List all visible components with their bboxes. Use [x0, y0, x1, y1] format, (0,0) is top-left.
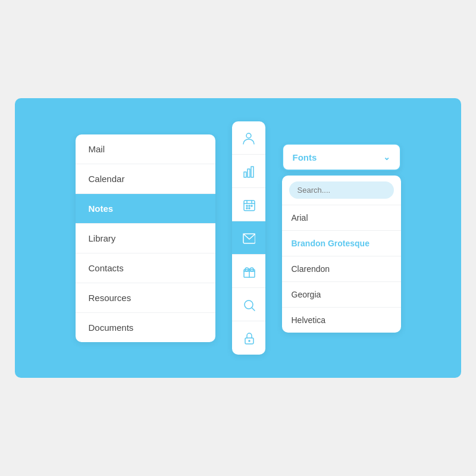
chart-icon[interactable]: [232, 155, 265, 188]
nav-item-contacts[interactable]: Contacts: [76, 253, 215, 283]
svg-rect-1: [244, 172, 246, 177]
mail-icon[interactable]: [232, 221, 265, 255]
dropdown-menu: ArialBrandon GrotesqueClarendonGeorgiaHe…: [282, 176, 401, 333]
search-icon[interactable]: [232, 288, 265, 321]
svg-point-11: [246, 208, 248, 209]
svg-point-10: [251, 205, 252, 206]
dropdown-panel: Fonts ⌄ ArialBrandon GrotesqueClarendonG…: [282, 143, 401, 333]
fonts-dropdown-trigger[interactable]: Fonts ⌄: [282, 143, 401, 171]
svg-line-18: [252, 308, 255, 311]
svg-point-12: [249, 208, 250, 209]
svg-point-0: [246, 133, 251, 138]
nav-list: MailCalendarNotesLibraryContactsResource…: [76, 134, 215, 342]
nav-item-mail[interactable]: Mail: [76, 134, 215, 164]
font-item-helvetica[interactable]: Helvetica: [282, 308, 401, 333]
calendar-icon[interactable]: [232, 188, 265, 221]
nav-item-notes[interactable]: Notes: [76, 194, 215, 224]
font-item-brandon-grotesque[interactable]: Brandon Grotesque: [282, 231, 401, 256]
font-item-georgia[interactable]: Georgia: [282, 282, 401, 308]
nav-item-resources[interactable]: Resources: [76, 283, 215, 313]
svg-point-17: [245, 300, 253, 309]
svg-point-20: [249, 340, 250, 342]
svg-point-9: [249, 205, 250, 206]
search-row: [282, 176, 401, 205]
nav-item-calendar[interactable]: Calendar: [76, 164, 215, 194]
font-item-arial[interactable]: Arial: [282, 205, 401, 231]
search-input[interactable]: [289, 181, 394, 199]
main-canvas: MailCalendarNotesLibraryContactsResource…: [15, 98, 461, 378]
icon-sidebar: [232, 121, 265, 355]
svg-rect-2: [248, 169, 250, 177]
svg-rect-3: [251, 167, 253, 177]
font-item-clarendon[interactable]: Clarendon: [282, 256, 401, 282]
nav-item-library[interactable]: Library: [76, 224, 215, 253]
lock-icon[interactable]: [232, 321, 265, 355]
svg-point-8: [246, 205, 248, 206]
person-icon[interactable]: [232, 121, 265, 155]
dropdown-label: Fonts: [293, 152, 317, 162]
nav-item-documents[interactable]: Documents: [76, 313, 215, 342]
gift-icon[interactable]: [232, 255, 265, 288]
chevron-down-icon: ⌄: [383, 152, 390, 162]
